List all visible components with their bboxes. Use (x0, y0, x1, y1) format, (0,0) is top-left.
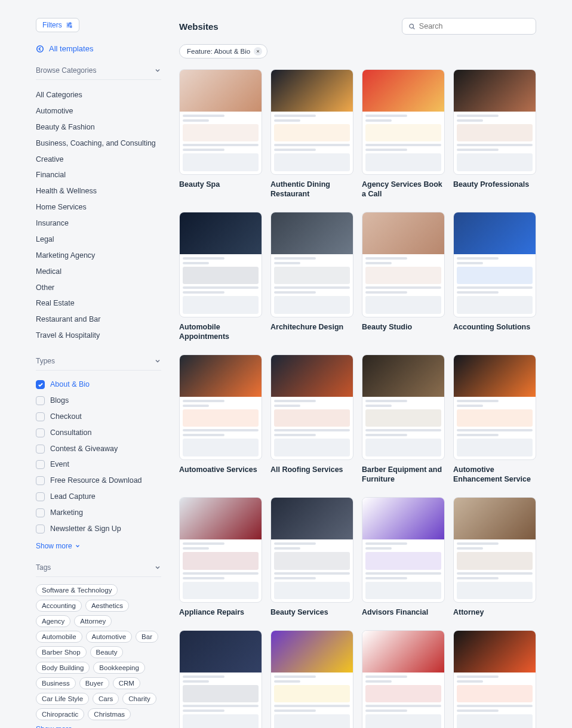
tag[interactable]: Beauty (90, 646, 124, 658)
type-label: About & Bio (50, 380, 90, 390)
template-card[interactable]: Authentic Dining Restaurant (270, 69, 353, 199)
template-title: Advisors Financial (362, 607, 445, 617)
tag[interactable]: Buyer (79, 677, 109, 689)
category-item[interactable]: Medical (36, 264, 161, 280)
type-filter-row[interactable]: Newsletter & Sign Up (36, 521, 161, 537)
category-item[interactable]: Beauty & Fashion (36, 119, 161, 135)
category-item[interactable]: Legal (36, 232, 161, 248)
template-title: Automotive Enhancement Service (453, 465, 536, 485)
checkbox[interactable] (36, 460, 45, 469)
tag[interactable]: Aesthetics (85, 600, 129, 612)
checkbox[interactable] (36, 525, 45, 533)
template-card[interactable]: Barber Equipment and Furniture (362, 354, 445, 484)
type-filter-row[interactable]: About & Bio (36, 377, 161, 393)
type-filter-row[interactable]: Checkout (36, 409, 161, 425)
template-card[interactable]: Accounting Solutions (453, 212, 536, 341)
category-item[interactable]: Other (36, 280, 161, 296)
chevron-down-icon (75, 543, 81, 549)
template-card[interactable]: Automotive Enhancement Service (453, 354, 536, 484)
template-card[interactable]: Barber (453, 630, 536, 728)
type-filter-row[interactable]: Marketing (36, 505, 161, 521)
type-filter-row[interactable]: Blogs (36, 393, 161, 409)
tag[interactable]: Chiropractic (36, 708, 84, 720)
type-filter-row[interactable]: Lead Capture (36, 489, 161, 505)
template-card[interactable]: All Things Marketing Services (362, 630, 445, 728)
tag[interactable]: Barber Shop (36, 646, 87, 658)
template-card[interactable]: Architechure Design (270, 212, 353, 341)
category-item[interactable]: Travel & Hospitality (36, 328, 161, 344)
checkbox[interactable] (36, 492, 45, 501)
search-icon (408, 23, 416, 30)
template-card[interactable]: Automoative Services (179, 354, 262, 484)
category-item[interactable]: Health & Wellness (36, 183, 161, 199)
sliders-icon (66, 21, 73, 29)
tag[interactable]: Car Life Style (36, 693, 89, 705)
type-label: Checkout (50, 412, 82, 422)
tag[interactable]: Agency (36, 615, 70, 627)
tag[interactable]: Software & Technology (36, 584, 118, 596)
filters-button[interactable]: Filters (36, 18, 79, 32)
tag[interactable]: Bar (136, 631, 158, 643)
template-card[interactable]: Beauty Professionals (453, 69, 536, 199)
page-title: Websites (179, 21, 219, 32)
template-thumbnail (453, 69, 536, 175)
category-item[interactable]: All Categories (36, 87, 161, 103)
type-filter-row[interactable]: Contest & Giveaway (36, 441, 161, 457)
category-item[interactable]: Business, Coaching, and Consulting (36, 135, 161, 152)
category-item[interactable]: Creative (36, 152, 161, 168)
tag[interactable]: Charity (122, 693, 156, 705)
category-item[interactable]: Financial (36, 167, 161, 183)
template-card[interactable]: Automobile Appointments (179, 212, 262, 341)
template-card[interactable]: AC/Heating Repair & Installation (179, 630, 262, 728)
template-card[interactable]: Advisors Financial (362, 497, 445, 617)
checkbox[interactable] (36, 380, 45, 389)
types-show-more[interactable]: Show more (36, 542, 161, 550)
type-filter-row[interactable]: Consultation (36, 425, 161, 441)
types-header[interactable]: Types (36, 357, 161, 371)
tags-show-more[interactable]: Show more (36, 725, 161, 728)
all-templates-link[interactable]: All templates (36, 44, 161, 53)
template-card[interactable]: Agency Services Book a Call (362, 69, 445, 199)
tag[interactable]: Accounting (36, 600, 82, 612)
template-card[interactable]: Advertising Agency (270, 630, 353, 728)
category-item[interactable]: Marketing Agency (36, 248, 161, 264)
tags-header[interactable]: Tags (36, 563, 161, 577)
template-card[interactable]: Appliance Repairs (179, 497, 262, 617)
template-card[interactable]: Attorney (453, 497, 536, 617)
category-item[interactable]: Insurance (36, 215, 161, 232)
search-input[interactable] (419, 22, 530, 30)
checkbox[interactable] (36, 396, 45, 405)
tag[interactable]: Christmas (88, 708, 131, 720)
tag[interactable]: Business (36, 677, 76, 689)
tag[interactable]: Automobile (36, 631, 82, 643)
checkbox[interactable] (36, 428, 45, 437)
template-thumbnail (362, 69, 445, 175)
tag[interactable]: CRM (113, 677, 140, 689)
tag[interactable]: Body Building (36, 662, 90, 674)
tag[interactable]: Cars (93, 693, 119, 705)
tag[interactable]: Attorney (74, 615, 112, 627)
template-card[interactable]: All Roofing Services (270, 354, 353, 484)
checkbox[interactable] (36, 476, 45, 485)
category-item[interactable]: Home Services (36, 199, 161, 215)
template-thumbnail (179, 354, 262, 460)
template-title: Beauty Spa (179, 180, 262, 189)
template-card[interactable]: Beauty Services (270, 497, 353, 617)
tag[interactable]: Bookkeeping (93, 662, 145, 674)
checkbox[interactable] (36, 412, 45, 421)
checkbox[interactable] (36, 508, 45, 517)
template-card[interactable]: Beauty Studio (362, 212, 445, 341)
checkbox[interactable] (36, 445, 45, 454)
template-title: Agency Services Book a Call (362, 180, 445, 199)
browse-categories-header[interactable]: Browse Categories (36, 66, 161, 80)
type-filter-row[interactable]: Free Resource & Download (36, 473, 161, 489)
search-box[interactable] (402, 18, 536, 35)
category-item[interactable]: Restaurant and Bar (36, 311, 161, 328)
tag[interactable]: Automotive (86, 631, 133, 643)
category-item[interactable]: Automotive (36, 103, 161, 119)
template-card[interactable]: Beauty Spa (179, 69, 262, 199)
category-item[interactable]: Real Estate (36, 295, 161, 311)
template-title: Beauty Studio (362, 322, 445, 332)
type-filter-row[interactable]: Event (36, 456, 161, 473)
remove-filter-button[interactable] (254, 47, 262, 55)
